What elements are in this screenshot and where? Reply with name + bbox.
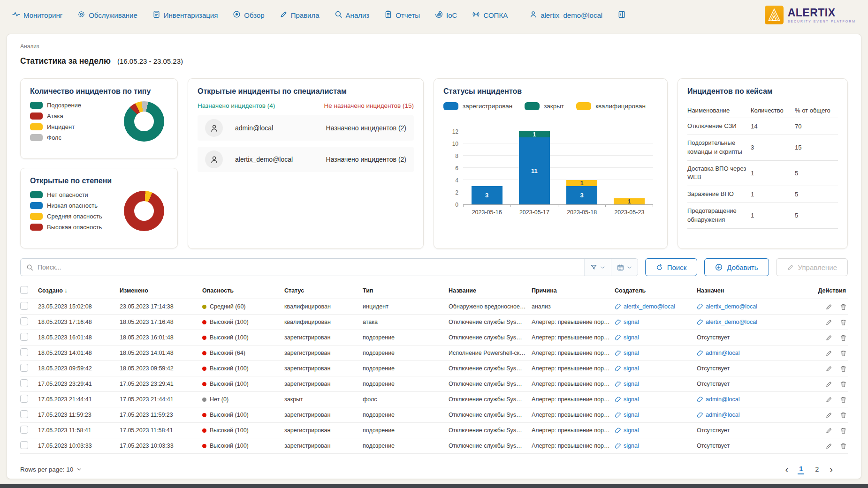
page-number-button[interactable]: 2	[814, 465, 820, 474]
rows-per-page-select[interactable]: Rows per page: 10	[20, 466, 82, 473]
row-checkbox[interactable]	[20, 441, 28, 449]
creator-link[interactable]: signal	[615, 334, 697, 341]
edit-icon[interactable]	[825, 412, 832, 419]
cell-created: 18.05.2023 14:01:48	[38, 350, 120, 356]
table-row[interactable]: 18.05.2023 17:16:4818.05.2023 17:16:48Вы…	[20, 315, 848, 330]
assignee-link[interactable]: admin@local	[697, 396, 818, 403]
cell-created: 17.05.2023 11:59:23	[38, 412, 120, 418]
creator-link[interactable]: signal	[615, 396, 697, 403]
manage-button[interactable]: Управление	[776, 258, 848, 276]
table-row[interactable]: 18.05.2023 09:59:4218.05.2023 09:59:42Вы…	[20, 361, 848, 376]
assignee-link[interactable]: admin@local	[697, 350, 818, 356]
table-row[interactable]: 23.05.2023 15:02:0823.05.2023 17:14:38Ср…	[20, 299, 848, 315]
column-header[interactable]: Действия	[818, 287, 848, 294]
edit-icon[interactable]	[825, 303, 832, 310]
edit-icon[interactable]	[825, 350, 832, 357]
x-axis-tick	[511, 205, 558, 207]
nav-item-inventory[interactable]: Инвентаризация	[152, 10, 218, 20]
nav-user-account[interactable]: alertix_demo@local	[529, 10, 602, 20]
creator-label: signal	[624, 334, 639, 341]
creator-link[interactable]: signal	[615, 319, 697, 325]
nav-item-reports[interactable]: Отчеты	[384, 10, 420, 20]
nav-item-ioc[interactable]: IoC	[435, 10, 457, 20]
creator-link[interactable]: signal	[615, 381, 697, 387]
creator-link[interactable]: alertix_demo@local	[615, 303, 697, 310]
delete-icon[interactable]	[840, 365, 847, 372]
nav-item-monitoring[interactable]: Мониторинг	[12, 10, 62, 20]
main-content: Анализ Статистика за неделю (16.05.23 - …	[7, 34, 861, 479]
edit-icon[interactable]	[825, 381, 832, 388]
column-header[interactable]: Тип	[363, 287, 449, 294]
previous-page-button[interactable]: ‹	[785, 465, 789, 474]
row-checkbox[interactable]	[20, 379, 28, 387]
edit-icon[interactable]	[825, 427, 832, 434]
table-row[interactable]: 17.05.2023 11:59:2317.05.2023 11:59:23Вы…	[20, 407, 848, 423]
assignee-link[interactable]: alertix_demo@local	[697, 303, 818, 310]
row-checkbox[interactable]	[20, 410, 28, 418]
creator-label: signal	[624, 319, 639, 325]
column-header[interactable]: Изменено	[120, 287, 202, 294]
nav-item-maintenance[interactable]: Обслуживание	[77, 10, 137, 20]
row-checkbox[interactable]	[20, 317, 28, 325]
select-all-checkbox[interactable]	[20, 286, 28, 294]
date-filter-dropdown[interactable]	[611, 259, 638, 276]
delete-icon[interactable]	[840, 303, 847, 310]
table-row[interactable]: 17.05.2023 11:58:4117.05.2023 11:58:41Вы…	[20, 423, 848, 438]
table-row[interactable]: 17.05.2023 21:44:4117.05.2023 21:44:41Не…	[20, 392, 848, 407]
delete-icon[interactable]	[840, 381, 847, 388]
creator-link[interactable]: signal	[615, 412, 697, 418]
nav-item-sopka[interactable]: СОПКА	[472, 10, 508, 20]
column-header[interactable]: Создатель	[615, 287, 697, 294]
assignee-link[interactable]: admin@local	[697, 412, 818, 418]
row-checkbox[interactable]	[20, 348, 28, 356]
delete-icon[interactable]	[840, 350, 847, 357]
row-checkbox[interactable]	[20, 333, 28, 341]
search-input[interactable]	[38, 263, 584, 271]
creator-link[interactable]: signal	[615, 350, 697, 356]
creator-link[interactable]: signal	[615, 427, 697, 434]
delete-icon[interactable]	[840, 427, 847, 434]
delete-icon[interactable]	[840, 443, 847, 450]
delete-icon[interactable]	[840, 396, 847, 403]
column-header[interactable]: Назначен	[697, 287, 818, 294]
column-header[interactable]: Опасность	[202, 287, 284, 294]
specialist-row[interactable]: alertix_demo@localНазначено инцидентов (…	[198, 147, 414, 172]
nav-item-rules[interactable]: Правила	[280, 10, 320, 20]
table-row[interactable]: 18.05.2023 14:01:4818.05.2023 14:01:48Вы…	[20, 345, 848, 361]
edit-icon[interactable]	[825, 334, 832, 341]
row-checkbox[interactable]	[20, 395, 28, 403]
unassigned-incidents-label[interactable]: Не назначено инцидентов (15)	[324, 102, 414, 109]
next-page-button[interactable]: ›	[830, 465, 833, 474]
nav-item-analysis[interactable]: Анализ	[335, 10, 370, 20]
edit-icon[interactable]	[825, 365, 832, 372]
cell-reason: Алертер: превышение порог...	[532, 365, 615, 372]
column-header[interactable]: Причина	[532, 287, 615, 294]
edit-icon[interactable]	[825, 443, 832, 450]
delete-icon[interactable]	[840, 412, 847, 419]
creator-link[interactable]: signal	[615, 443, 697, 449]
column-header[interactable]: Создано ↓	[38, 287, 120, 294]
table-row[interactable]: 18.05.2023 16:01:4818.05.2023 16:01:48Вы…	[20, 330, 848, 345]
filter-dropdown[interactable]	[584, 259, 611, 276]
row-checkbox[interactable]	[20, 426, 28, 434]
row-checkbox[interactable]	[20, 364, 28, 372]
delete-icon[interactable]	[840, 319, 847, 326]
delete-icon[interactable]	[840, 334, 847, 341]
page-number-button[interactable]: 1	[798, 464, 804, 474]
nav-item-overview[interactable]: Обзор	[233, 10, 264, 20]
legend-item: Высокая опасность	[30, 224, 124, 231]
table-row[interactable]: 17.05.2023 10:03:3317.05.2023 10:03:33Вы…	[20, 438, 848, 454]
search-button[interactable]: Поиск	[645, 258, 698, 276]
table-row[interactable]: 17.05.2023 23:29:4117.05.2023 23:29:41Вы…	[20, 376, 848, 392]
assigned-incidents-label[interactable]: Назначено инцидентов (4)	[198, 102, 275, 109]
column-header[interactable]: Статус	[284, 287, 363, 294]
row-checkbox[interactable]	[20, 302, 28, 310]
assignee-link[interactable]: alertix_demo@local	[697, 319, 818, 325]
edit-icon[interactable]	[825, 396, 832, 403]
edit-icon[interactable]	[825, 319, 832, 326]
creator-link[interactable]: signal	[615, 365, 697, 372]
logout-button[interactable]	[617, 10, 626, 20]
specialist-row[interactable]: admin@localНазначено инцидентов (2)	[198, 115, 414, 141]
column-header[interactable]: Название	[449, 287, 532, 294]
add-button[interactable]: Добавить	[704, 258, 769, 276]
